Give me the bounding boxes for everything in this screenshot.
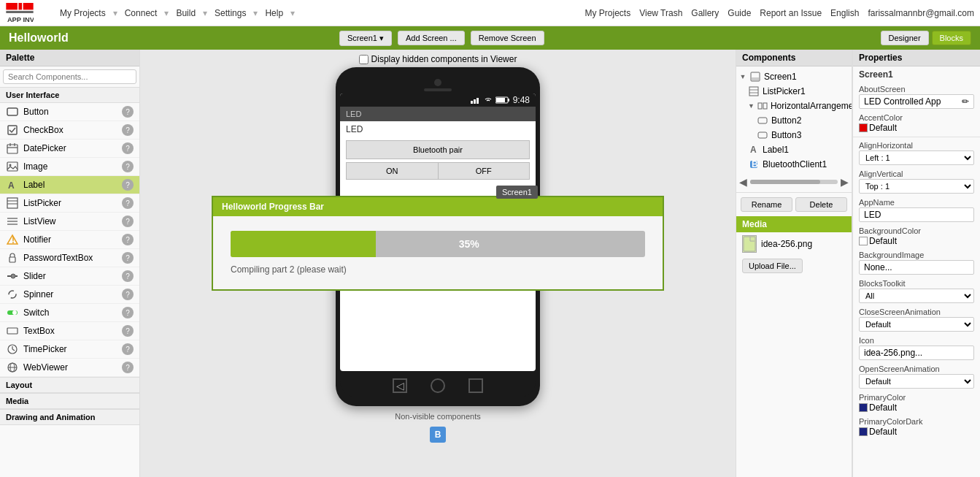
nav-link-myprojects[interactable]: My Projects <box>584 8 630 18</box>
palette-item-checkbox[interactable]: CheckBox ? <box>0 121 139 140</box>
palette-item-listpicker[interactable]: ListPicker ? <box>0 194 139 213</box>
background-color-value[interactable]: Default <box>869 236 897 246</box>
nav-link-report[interactable]: Report an Issue <box>760 8 822 18</box>
about-screen-edit-icon[interactable]: ✏ <box>962 96 969 107</box>
prop-close-animation: CloseScreenAnimation Default <box>853 305 980 334</box>
slider-info-icon[interactable]: ? <box>122 270 134 282</box>
svg-rect-1 <box>18 3 22 9</box>
palette-item-passwordtextbox[interactable]: PasswordTextBox ? <box>0 249 139 267</box>
svg-rect-48 <box>758 118 767 123</box>
listview-info-icon[interactable]: ? <box>122 215 134 227</box>
listpicker-info-icon[interactable]: ? <box>122 197 134 209</box>
viewer-checkbox-area: Display hidden components in Viewer <box>140 50 736 67</box>
nav-link-account[interactable]: farissalmannbr@gmail.com <box>868 8 974 18</box>
timepicker-info-icon[interactable]: ? <box>122 343 134 355</box>
palette-item-button[interactable]: Button ? <box>0 103 139 121</box>
nav-build[interactable]: Build <box>170 4 201 23</box>
primary-color-dark-value[interactable]: Default <box>869 427 897 437</box>
label-info-icon[interactable]: ? <box>122 179 134 191</box>
screen-selector[interactable]: Screen1 ▾ <box>339 31 392 46</box>
comp-label1[interactable]: A Label1 <box>736 142 852 157</box>
nav-settings[interactable]: Settings <box>209 4 252 23</box>
align-vertical-select[interactable]: Top : 1 Center : 2 Bottom : 3 <box>859 179 974 194</box>
layout-section[interactable]: Layout <box>0 377 139 393</box>
palette-item-datepicker[interactable]: DatePicker ? <box>0 140 139 158</box>
svg-line-31 <box>12 349 15 351</box>
accent-color-label: AccentColor <box>859 113 974 122</box>
svg-point-27 <box>12 310 17 315</box>
upload-file-button[interactable]: Upload File... <box>742 259 803 273</box>
search-input[interactable] <box>3 69 136 84</box>
remove-screen-button[interactable]: Remove Screen <box>471 31 544 45</box>
notifier-info-icon[interactable]: ? <box>122 234 134 245</box>
nav-link-trash[interactable]: View Trash <box>639 8 682 18</box>
nav-link-guide[interactable]: Guide <box>728 8 751 18</box>
comp-bluetooth-client1[interactable]: B BluetoothClient1 <box>736 157 852 172</box>
palette-item-spinner[interactable]: Spinner ? <box>0 286 139 304</box>
textbox-info-icon[interactable]: ? <box>122 325 134 337</box>
timepicker-icon <box>6 343 19 356</box>
slider-icon <box>6 270 19 283</box>
palette-item-label[interactable]: A Label ? <box>0 176 139 194</box>
comp-screen1[interactable]: ▼ Screen1 <box>736 69 852 84</box>
comp-button3[interactable]: Button3 <box>736 128 852 142</box>
checkbox-info-icon[interactable]: ? <box>122 124 134 136</box>
open-animation-select[interactable]: Default <box>859 374 974 389</box>
svg-rect-14 <box>7 198 18 208</box>
palette-item-slider[interactable]: Slider ? <box>0 267 139 286</box>
blocks-toolkit-select[interactable]: All <box>859 289 974 303</box>
progress-dialog: Helloworld Progress Bar 35% Compiling pa… <box>212 196 664 291</box>
palette-item-image[interactable]: Image ? <box>0 158 139 176</box>
delete-button[interactable]: Delete <box>795 197 847 212</box>
phone-camera <box>434 79 441 86</box>
svg-rect-43 <box>749 87 758 96</box>
palette-item-listview[interactable]: ListView ? <box>0 213 139 231</box>
listpicker1-icon <box>748 85 760 97</box>
nav-right-links: My Projects View Trash Gallery Guide Rep… <box>584 8 974 18</box>
nav-link-english[interactable]: English <box>830 8 859 18</box>
comp-listpicker1[interactable]: ListPicker1 <box>736 84 852 99</box>
about-screen-value[interactable]: LED Controlled App ✏ <box>859 94 974 109</box>
close-animation-select[interactable]: Default <box>859 317 974 332</box>
datepicker-icon <box>6 142 19 155</box>
prop-align-vertical: AlignVertical Top : 1 Center : 2 Bottom … <box>853 167 980 196</box>
align-horizontal-select[interactable]: Left : 1 Center : 2 Right : 3 <box>859 150 974 165</box>
primary-color-value[interactable]: Default <box>869 402 897 413</box>
webviewer-info-icon[interactable]: ? <box>122 362 134 373</box>
datepicker-info-icon[interactable]: ? <box>122 142 134 154</box>
switch-info-icon[interactable]: ? <box>122 307 134 318</box>
prop-primary-color: PrimaryColor Default <box>853 391 980 415</box>
background-image-value[interactable]: None... <box>859 260 974 275</box>
scroll-left-button[interactable]: ◀ <box>739 176 747 188</box>
media-section[interactable]: Media <box>0 393 139 409</box>
palette-item-textbox[interactable]: TextBox ? <box>0 322 139 340</box>
close-animation-label: CloseScreenAnimation <box>859 308 974 316</box>
accent-color-value[interactable]: Default <box>869 123 897 133</box>
palette-item-switch[interactable]: Switch ? <box>0 304 139 322</box>
app-name-value[interactable]: LED <box>859 207 974 222</box>
palette-item-timepicker[interactable]: TimePicker ? <box>0 340 139 359</box>
scroll-right-button[interactable]: ▶ <box>841 176 849 188</box>
components-scroll: ◀ ▶ <box>736 175 852 189</box>
icon-value[interactable]: idea-256.png... <box>859 346 974 360</box>
nav-link-gallery[interactable]: Gallery <box>691 8 719 18</box>
hidden-components-checkbox[interactable] <box>359 55 369 64</box>
palette-item-notifier[interactable]: ! Notifier ? <box>0 231 139 249</box>
spinner-info-icon[interactable]: ? <box>122 289 134 300</box>
comp-button2[interactable]: Button2 <box>736 113 852 128</box>
nav-my-projects[interactable]: My Projects <box>54 4 112 23</box>
add-screen-button[interactable]: Add Screen ... <box>398 31 465 45</box>
switch-icon <box>6 306 19 319</box>
prop-background-image: BackgroundImage None... <box>853 248 980 277</box>
image-info-icon[interactable]: ? <box>122 161 134 172</box>
nav-help[interactable]: Help <box>259 4 289 23</box>
rename-button[interactable]: Rename <box>741 197 792 212</box>
pwdtextbox-info-icon[interactable]: ? <box>122 252 134 264</box>
designer-button[interactable]: Designer <box>881 31 929 45</box>
palette-item-webviewer[interactable]: WebViewer ? <box>0 359 139 377</box>
drawing-section[interactable]: Drawing and Animation <box>0 409 139 425</box>
blocks-button[interactable]: Blocks <box>932 31 971 45</box>
comp-horizontal-arrangement1[interactable]: ▼ HorizontalArrangement1 <box>736 99 852 113</box>
button-info-icon[interactable]: ? <box>122 106 134 118</box>
nav-connect[interactable]: Connect <box>119 4 163 23</box>
